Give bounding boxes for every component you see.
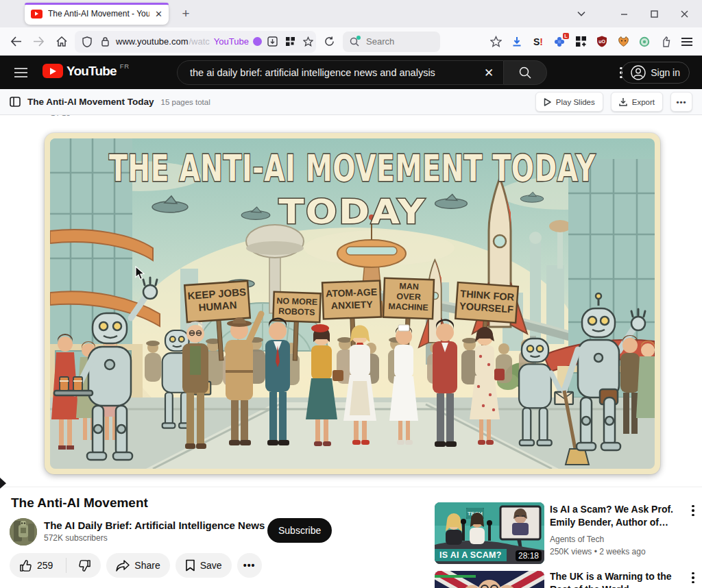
shield-icon[interactable]	[80, 35, 94, 49]
back-icon[interactable]	[5, 32, 27, 52]
download-manager-icon[interactable]	[507, 32, 526, 51]
maximize-icon[interactable]	[639, 5, 669, 22]
rec-video-meta: 250K views • 2 weeks ago	[550, 547, 646, 556]
sidebar-extension-icon[interactable]	[656, 32, 675, 51]
thumbnail-caption: IS AI A SCAM?	[435, 549, 507, 561]
share-button[interactable]: Share	[106, 553, 169, 578]
subscribe-button[interactable]: Subscribe	[267, 518, 332, 543]
svg-text:THE ANTI-AI MOVEMENT TODAY: THE ANTI-AI MOVEMENT TODAY	[109, 147, 596, 190]
yt-search-form: ✕	[177, 60, 547, 85]
browser-window: The Anti-AI Movement - YouTub ✕ +	[0, 0, 702, 588]
thumbs-up-icon	[19, 559, 32, 572]
youtube-header: YouTube FR ✕ Sign in	[0, 56, 702, 89]
thumbs-down-icon	[78, 559, 91, 572]
green-ring-extension-icon[interactable]	[635, 32, 654, 51]
new-tab-button[interactable]: +	[178, 6, 193, 21]
yt-menu-icon[interactable]	[10, 62, 32, 84]
slide-1: KEEP JOBSHUMAN NO MOREROBOTS ATOM-AGEANX…	[45, 133, 660, 474]
export-label: Export	[632, 98, 655, 106]
rec-video-title[interactable]: Is AI a Scam? We Ask Prof. Emily Bender,…	[550, 503, 681, 528]
save-page-icon[interactable]	[266, 35, 280, 49]
rec-video-thumbnail[interactable]: TECH IS AI A SCAM? 28:18	[435, 502, 544, 564]
video-actions: 259 Share Save •••	[10, 553, 262, 578]
video-duration-badge: 28:18	[516, 550, 542, 561]
pill-divider	[66, 558, 66, 573]
browser-toolbar: www.youtube.com /watc YouTube	[0, 27, 702, 56]
export-button[interactable]: Export	[611, 92, 663, 112]
play-slides-label: Play Slides	[556, 98, 595, 106]
tab-close-icon[interactable]: ✕	[155, 10, 162, 19]
menu-hamburger-icon[interactable]	[677, 32, 697, 51]
watch-page: The Anti-AI Movement The AI Daily Brief:…	[0, 487, 702, 588]
youtube-logo[interactable]: YouTube FR	[43, 64, 130, 78]
browser-titlebar: The Anti-AI Movement - YouTub ✕ +	[0, 0, 702, 28]
sign-in-button[interactable]: Sign in	[621, 62, 690, 84]
svg-text:uO: uO	[598, 39, 605, 44]
lock-icon[interactable]	[98, 35, 112, 49]
play-slides-button[interactable]: Play Slides	[535, 92, 603, 112]
container-dot-icon	[253, 37, 262, 46]
channel-name[interactable]: The AI Daily Brief: Artificial Intellige…	[44, 519, 265, 531]
doc-more-button[interactable]: •••	[670, 92, 692, 112]
rec-video-channel[interactable]: Agents of Tech	[550, 535, 604, 544]
ublock-origin-icon[interactable]: uO	[592, 32, 612, 51]
close-icon[interactable]	[669, 5, 699, 22]
toolbar-search[interactable]	[343, 32, 440, 52]
save-label: Save	[200, 560, 222, 571]
rec-kebab-icon[interactable]	[687, 569, 699, 586]
flower-extension-icon[interactable]: L	[550, 32, 569, 51]
fox-doodle-extension-icon[interactable]	[614, 32, 633, 51]
yt-search-input[interactable]	[189, 66, 479, 79]
like-button[interactable]: 259	[10, 553, 61, 578]
video-title: The Anti-AI Movement	[11, 495, 148, 511]
home-icon[interactable]	[51, 32, 72, 52]
mouse-cursor	[135, 266, 145, 283]
minimize-icon[interactable]	[609, 5, 639, 22]
bookmark-star-icon[interactable]	[302, 35, 315, 49]
rec-kebab-icon[interactable]	[687, 502, 699, 519]
reload-icon[interactable]	[319, 32, 340, 52]
yt-search-clear-icon[interactable]: ✕	[479, 62, 499, 83]
doc-pages-count: 15 pages total	[161, 98, 210, 106]
toolbar-search-input[interactable]	[365, 36, 422, 47]
container-label: YouTube	[214, 36, 249, 47]
subscriber-count: 572K subscribers	[44, 533, 108, 543]
apps-grid-icon[interactable]	[284, 35, 298, 49]
save-button[interactable]: Save	[176, 553, 232, 578]
slide-illustration: KEEP JOBSHUMAN NO MOREROBOTS ATOM-AGEANX…	[50, 138, 655, 469]
browser-tab[interactable]: The Anti-AI Movement - YouTub ✕	[25, 3, 169, 25]
share-icon	[116, 560, 130, 572]
window-controls	[609, 5, 699, 22]
yt-search-button[interactable]	[504, 60, 547, 85]
favorites-star-icon[interactable]	[486, 32, 505, 51]
rec-video-title[interactable]: The UK is a Warning to the Rest of the W…	[550, 570, 681, 588]
person-icon	[631, 65, 646, 80]
grid-plus-extension-icon[interactable]	[571, 32, 590, 51]
youtube-favicon-icon	[31, 10, 43, 19]
forward-icon[interactable]	[28, 32, 49, 52]
channel-avatar[interactable]	[10, 518, 37, 546]
play-icon	[544, 98, 551, 106]
tab-title: The Anti-AI Movement - YouTub	[48, 9, 149, 19]
search-icon	[350, 37, 359, 47]
yt-region-label: FR	[120, 62, 130, 70]
pages-book-icon	[10, 97, 21, 107]
doc-page-area: 1 / 15	[0, 115, 702, 487]
extension-icons: S! L uO	[486, 32, 697, 51]
container-tab-stripe	[25, 3, 169, 5]
yt-search-box[interactable]: ✕	[177, 60, 504, 85]
chevron-down-icon[interactable]	[566, 5, 596, 22]
doc-title: The Anti-AI Movement Today	[27, 97, 154, 107]
download-icon	[619, 97, 627, 106]
sign-in-label: Sign in	[651, 67, 680, 78]
dislike-button[interactable]	[71, 553, 101, 578]
more-actions-button[interactable]: •••	[237, 553, 262, 578]
stylus-extension-icon[interactable]: S!	[529, 32, 548, 51]
youtube-wordmark: YouTube	[66, 64, 117, 78]
rec-video-thumbnail[interactable]	[435, 571, 544, 588]
tab-list-dropdown[interactable]	[566, 5, 596, 22]
url-path-text: /watc	[189, 36, 210, 47]
url-bar[interactable]: www.youtube.com /watc YouTube	[75, 31, 316, 53]
share-label: Share	[134, 560, 160, 571]
doc-viewer-toolbar: The Anti-AI Movement Today 15 pages tota…	[0, 89, 702, 115]
